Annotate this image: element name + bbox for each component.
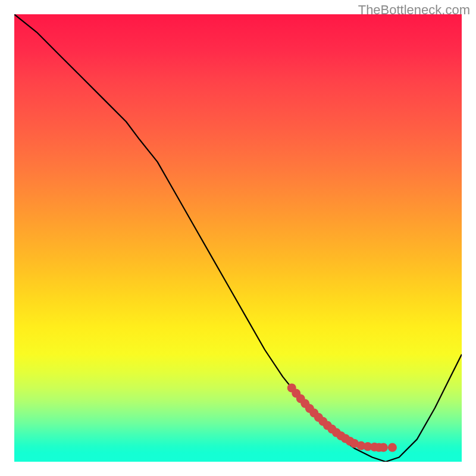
highlight-dot xyxy=(388,443,397,452)
highlight-dots-series xyxy=(287,383,397,452)
chart-plot-area xyxy=(14,14,462,462)
chart-overlay-svg xyxy=(14,14,462,462)
highlight-dot xyxy=(379,443,388,452)
curve-path xyxy=(14,14,462,462)
attribution-label: TheBottleneck.com xyxy=(358,2,470,18)
curve-series xyxy=(14,14,462,462)
